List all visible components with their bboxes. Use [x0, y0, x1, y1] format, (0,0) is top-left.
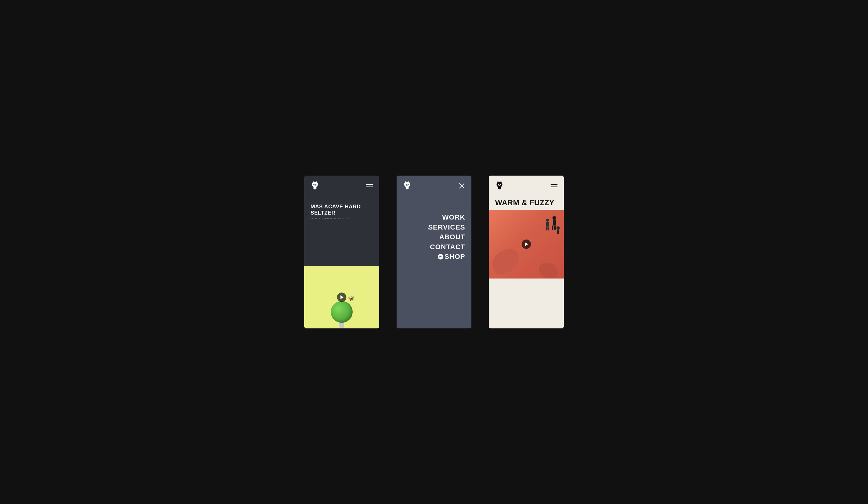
svg-point-14: [498, 184, 499, 185]
figures-illustration: [530, 213, 561, 244]
hamburger-menu-1[interactable]: [366, 184, 373, 187]
svg-point-3: [316, 184, 317, 185]
svg-point-5: [314, 185, 315, 186]
nav-item-services[interactable]: SERVICES: [428, 223, 465, 232]
nav-item-contact[interactable]: CONTACT: [430, 243, 465, 251]
top-bar-3: [489, 176, 564, 194]
hero-text-3: WARM & FUZZY: [489, 194, 564, 210]
top-bar-1: [304, 176, 379, 194]
svg-rect-20: [552, 226, 554, 230]
navigation-menu: WORK SERVICES ABOUT CONTACT ✳ SHOP: [396, 194, 472, 261]
screens-container: MAS ACAVE HARD SELTZER ANIMATION, BRANDI…: [304, 176, 564, 328]
hero-title-1: MAS ACAVE HARD SELTZER: [311, 204, 373, 216]
bear-logo-2: [403, 181, 412, 190]
svg-rect-23: [546, 222, 549, 227]
hero-subtitle-1: ANIMATION, BRANDING & DESIGN: [311, 218, 373, 219]
lollipop-illustration: 🦋: [331, 301, 353, 328]
svg-point-22: [546, 219, 549, 222]
lollipop-stick: [339, 322, 344, 328]
svg-point-8: [406, 184, 406, 185]
svg-point-26: [557, 226, 560, 229]
svg-point-2: [313, 184, 314, 185]
bear-logo-3: [495, 181, 504, 190]
screen-3: WARM & FUZZY: [489, 176, 564, 328]
svg-rect-19: [553, 220, 556, 226]
nav-item-shop[interactable]: ✳ SHOP: [438, 252, 465, 261]
nav-item-work[interactable]: WORK: [442, 213, 465, 222]
lollipop-ball: 🦋: [331, 301, 353, 323]
play-button-1[interactable]: [337, 292, 347, 302]
svg-point-11: [407, 185, 407, 186]
svg-point-18: [552, 216, 556, 220]
svg-rect-21: [554, 226, 556, 230]
svg-rect-24: [546, 227, 547, 230]
screen-1: MAS ACAVE HARD SELTZER ANIMATION, BRANDI…: [304, 176, 379, 328]
svg-point-9: [408, 184, 409, 185]
hero-text-1: MAS ACAVE HARD SELTZER ANIMATION, BRANDI…: [304, 194, 379, 266]
image-section-1: 🦋: [304, 266, 379, 328]
asterisk-icon: ✳: [438, 254, 443, 259]
shop-label: SHOP: [445, 252, 465, 261]
hamburger-menu-3[interactable]: [551, 184, 557, 187]
svg-point-17: [499, 185, 500, 186]
image-section-3: [489, 210, 564, 278]
screen-2: WORK SERVICES ABOUT CONTACT ✳ SHOP: [396, 176, 472, 328]
close-menu-button[interactable]: [458, 182, 465, 189]
bear-logo-1: [311, 181, 319, 190]
hero-title-3: WARM & FUZZY: [495, 199, 557, 207]
top-bar-2: [396, 176, 472, 194]
butterfly-decoration: 🦋: [348, 295, 354, 301]
svg-rect-25: [547, 227, 549, 230]
nav-item-about[interactable]: ABOUT: [439, 233, 465, 241]
svg-rect-27: [557, 229, 559, 234]
svg-point-15: [500, 184, 501, 185]
